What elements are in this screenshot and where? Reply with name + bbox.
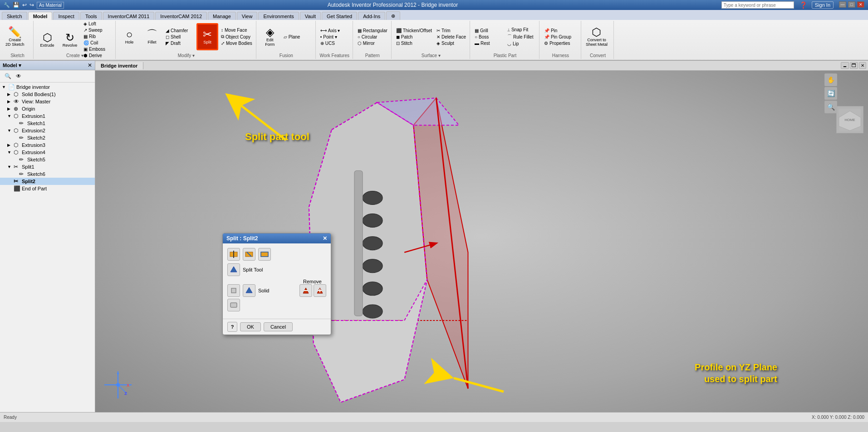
tree-expander[interactable]: ▼: [7, 165, 13, 169]
sweep-button[interactable]: ↗Sweep: [82, 27, 113, 33]
edit-form-button[interactable]: ◈ EditForm: [259, 23, 281, 50]
tree-expander[interactable]: ▶: [7, 107, 13, 111]
extrude-button[interactable]: ⬡ Extrude: [36, 26, 58, 53]
ucs-button[interactable]: ⊕UCS: [319, 40, 350, 46]
object-copy-button[interactable]: ⧉Object Copy: [219, 34, 254, 40]
shell-button[interactable]: ◻Shell: [164, 34, 196, 40]
viewport[interactable]: Bridge inventor 🗕 🗖 ✕: [95, 61, 868, 412]
tab-inventorcam2011[interactable]: InventorCAM 2011: [103, 12, 155, 20]
revolve-button[interactable]: ↻ Revolve: [59, 26, 81, 53]
draft-button[interactable]: ◤Draft: [164, 40, 196, 46]
tree-item-sketch5[interactable]: ✏Sketch5: [0, 156, 95, 163]
mirror-button[interactable]: ⬡Mirror: [356, 40, 389, 46]
delete-face-button[interactable]: ✕Delete Face: [435, 34, 468, 40]
tree-item-split1[interactable]: ▼✂Split1: [0, 163, 95, 170]
dialog-split-tool-selector[interactable]: [227, 263, 240, 276]
cube-navigator[interactable]: HOME: [836, 106, 863, 133]
move-face-button[interactable]: ↕Move Face: [219, 27, 254, 33]
dialog-extra-btn[interactable]: [227, 299, 240, 311]
title-search-input[interactable]: [721, 1, 794, 9]
tree-expander[interactable]: ▼: [7, 150, 13, 155]
tab-inventorcam2012[interactable]: InventorCAM 2012: [155, 12, 207, 20]
dialog-remove-left-btn[interactable]: [299, 284, 312, 297]
viewport-tab-bridge[interactable]: Bridge inventor: [95, 62, 143, 69]
rule-fillet-button[interactable]: ⌒Rule Fillet: [505, 33, 537, 40]
dialog-ok-btn[interactable]: OK: [240, 322, 261, 331]
panel-close-btn[interactable]: ✕: [88, 62, 92, 68]
quick-access-dropdown[interactable]: As Material: [37, 2, 64, 9]
dialog-solid-icon[interactable]: [227, 284, 240, 297]
vp-minimize-btn[interactable]: 🗕: [841, 62, 849, 69]
close-btn[interactable]: ✕: [857, 1, 864, 8]
tab-more[interactable]: ⊕: [386, 11, 400, 20]
circular-button[interactable]: ○Circular: [356, 34, 389, 40]
tree-expander[interactable]: ▼: [7, 114, 13, 118]
convert-sheet-metal-button[interactable]: ⬡ Convert toSheet Metal: [584, 23, 609, 50]
tree-item-origin[interactable]: ▶⊕Origin: [0, 105, 95, 112]
snap-fit-button[interactable]: ⟂Snap Fit: [505, 27, 537, 33]
sculpt-button[interactable]: ◈Sculpt: [435, 40, 468, 46]
panel-filter-btn[interactable]: 🔍: [3, 72, 13, 80]
tree-item-view:-master[interactable]: ▶👁View: Master: [0, 98, 95, 105]
tab-get-started[interactable]: Get Started: [322, 12, 357, 20]
dialog-split-mode-btn1[interactable]: [227, 248, 240, 261]
hole-button[interactable]: ○ Hole: [118, 23, 140, 50]
tab-inspect[interactable]: Inspect: [53, 12, 79, 20]
quick-access-save[interactable]: 💾: [13, 2, 20, 8]
tree-item-bridge-inventor[interactable]: ▼📄Bridge inventor: [0, 83, 95, 91]
dialog-split-mode-btn3[interactable]: [258, 248, 271, 261]
tree-item-extrusion2[interactable]: ▼⬡Extrusion2: [0, 127, 95, 134]
dialog-split-mode-btn2[interactable]: [243, 248, 255, 261]
orbit-button[interactable]: 🔄: [824, 87, 837, 100]
tab-vault[interactable]: Vault: [300, 12, 321, 20]
tab-tools[interactable]: Tools: [80, 12, 102, 20]
tab-sketch[interactable]: Sketch: [2, 12, 27, 20]
vp-maximize-btn[interactable]: 🗖: [850, 62, 858, 69]
tree-item-solid-bodies1[interactable]: ▶⬡Solid Bodies(1): [0, 91, 95, 98]
tree-item-extrusion4[interactable]: ▼⬡Extrusion4: [0, 149, 95, 156]
axis-button[interactable]: ⟷Axis ▾: [319, 28, 350, 34]
tree-item-extrusion1[interactable]: ▼⬡Extrusion1: [0, 112, 95, 120]
minimize-btn[interactable]: —: [839, 1, 846, 8]
tree-expander[interactable]: ▼: [7, 128, 13, 133]
move-bodies-button[interactable]: ⤢Move Bodies: [219, 40, 254, 46]
tree-expander[interactable]: ▶: [7, 99, 13, 104]
grill-button[interactable]: ▦Grill: [473, 28, 505, 34]
tree-item-sketch2[interactable]: ✏Sketch2: [0, 134, 95, 141]
dialog-cancel-btn[interactable]: Cancel: [264, 322, 293, 331]
tab-add-ins[interactable]: Add-Ins: [358, 12, 385, 20]
signin-btn[interactable]: Sign In: [812, 1, 834, 9]
loft-button[interactable]: ◈Loft: [82, 21, 113, 27]
dialog-solid-selector[interactable]: [243, 284, 255, 297]
vp-close-btn[interactable]: ✕: [859, 62, 866, 69]
tab-manage[interactable]: Manage: [208, 12, 236, 20]
rest-button[interactable]: ▬Rest: [473, 40, 505, 46]
split-button[interactable]: ✂ Split: [196, 23, 218, 50]
tree-item-sketch1[interactable]: ✏Sketch1: [0, 120, 95, 127]
emboss-button[interactable]: ▣Emboss: [82, 46, 113, 52]
boss-button[interactable]: ○Boss: [473, 34, 505, 40]
lip-button[interactable]: ◡Lip: [505, 41, 537, 47]
chamfer-button[interactable]: ◢Chamfer: [164, 28, 196, 34]
pan-button[interactable]: ✋: [824, 73, 837, 86]
search-box[interactable]: [721, 1, 794, 9]
quick-access-redo[interactable]: ↪: [29, 2, 34, 8]
zoom-button[interactable]: 🔍: [824, 101, 837, 113]
thicken-offset-button[interactable]: ⬛Thicken/Offset: [394, 28, 434, 34]
tab-environments[interactable]: Environments: [258, 12, 299, 20]
tab-model[interactable]: Model: [28, 12, 53, 20]
dialog-remove-right-btn[interactable]: [314, 284, 326, 297]
tree-item-end-of-part[interactable]: ⬛End of Part: [0, 185, 95, 192]
rectangular-button[interactable]: ▦Rectangular: [356, 28, 389, 34]
tree-expander[interactable]: ▶: [7, 92, 13, 97]
create-2d-sketch-button[interactable]: ✏️ Create2D Sketch: [4, 23, 26, 50]
pin-group-button[interactable]: 📌Pin Group: [542, 34, 574, 40]
tree-expander[interactable]: ▼: [2, 85, 7, 89]
dialog-help-btn[interactable]: ?: [227, 322, 237, 332]
stitch-button[interactable]: ⊡Stitch: [394, 40, 434, 46]
quick-access-undo[interactable]: ↩: [22, 2, 27, 8]
properties-button[interactable]: ⚙Properties: [542, 40, 574, 46]
dialog-close-btn[interactable]: ✕: [323, 235, 327, 242]
coil-button[interactable]: 🌀Coil: [82, 40, 113, 46]
tree-item-sketch6[interactable]: ✏Sketch6: [0, 170, 95, 178]
